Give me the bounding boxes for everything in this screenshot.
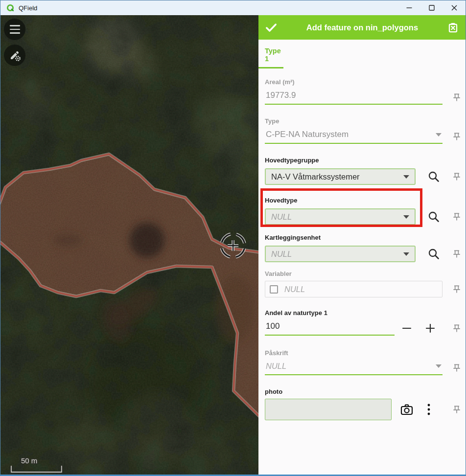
tab-type-1[interactable]: Type 1 [258, 47, 283, 68]
field-label: Kartleggingsenhet [265, 234, 466, 241]
plus-icon [424, 322, 436, 334]
photo-preview [265, 399, 392, 420]
field-type: Type C-PE-NA Natursystem [265, 117, 466, 144]
areal-value: 19773.9 [266, 91, 442, 100]
increment-button[interactable] [424, 322, 437, 334]
paaskrift-value: NULL [266, 362, 436, 371]
field-variabler: Variabler NULL [265, 270, 466, 297]
minimize-button[interactable] [398, 0, 420, 15]
search-icon [427, 170, 440, 183]
pin-button[interactable] [451, 249, 462, 259]
chevron-down-icon [436, 133, 442, 139]
pin-button[interactable] [451, 363, 462, 373]
search-button[interactable] [427, 170, 440, 183]
aerial-imagery: 50 m [0, 15, 258, 475]
variabler-list-item: NULL [265, 281, 443, 297]
pin-button[interactable] [451, 404, 462, 415]
field-hovedtypegruppe: Hovedtypegruppe NA-V Våtmarkssystemer [265, 157, 466, 185]
menu-button[interactable] [4, 19, 25, 40]
form-title: Add feature on nin_polygons [278, 23, 447, 32]
pin-icon [452, 131, 462, 142]
search-icon [427, 210, 440, 223]
camera-icon [400, 403, 414, 416]
hamburger-icon [10, 25, 20, 34]
feature-form-panel: Add feature on nin_polygons Type 1 Areal… [258, 15, 466, 475]
field-label: Andel av naturtype 1 [265, 309, 466, 317]
field-areal: Areal (m²) 19773.9 [265, 78, 466, 105]
chevron-down-icon [436, 364, 442, 371]
search-button[interactable] [427, 210, 440, 223]
field-photo: photo [265, 388, 466, 420]
discard-button[interactable] [447, 22, 459, 34]
pin-button[interactable] [451, 131, 462, 142]
chevron-down-icon [403, 252, 409, 259]
confirm-button[interactable] [265, 21, 278, 34]
pin-icon [452, 363, 462, 373]
field-label: Hovedtype [265, 197, 466, 204]
digitizing-settings-button[interactable] [4, 45, 25, 66]
andel-value-field[interactable]: 100 [265, 320, 395, 336]
map-canvas[interactable]: 50 m [0, 15, 258, 475]
svg-text:50 m: 50 m [21, 456, 37, 465]
check-icon [265, 21, 278, 34]
kartleggingsenhet-value: NULL [271, 249, 403, 259]
pin-icon [452, 284, 462, 295]
hovedtypegruppe-value: NA-V Våtmarkssystemer [271, 172, 403, 181]
areal-value-field: 19773.9 [265, 90, 443, 105]
chevron-down-icon [403, 215, 409, 222]
kartleggingsenhet-combobox[interactable]: NULL [265, 246, 416, 262]
pin-button[interactable] [451, 211, 462, 222]
attribute-form: Areal (m²) 19773.9 Type [258, 78, 466, 420]
field-label: Variabler [265, 270, 466, 277]
hovedtype-value: NULL [271, 212, 403, 222]
pin-button[interactable] [451, 92, 462, 103]
photo-options-button[interactable] [427, 403, 431, 416]
search-button[interactable] [427, 248, 440, 260]
qfield-window: QField [0, 0, 466, 476]
pin-icon [452, 211, 462, 222]
andel-value: 100 [266, 321, 394, 331]
field-label: Areal (m²) [265, 78, 466, 86]
field-paaskrift: Påskrift NULL [265, 349, 466, 375]
field-label: Type [265, 117, 466, 125]
chevron-down-icon [403, 175, 409, 181]
pin-button[interactable] [451, 171, 462, 182]
hovedtype-combobox[interactable]: NULL [265, 208, 416, 225]
pin-icon [452, 404, 462, 415]
type-dropdown: C-PE-NA Natursystem [265, 129, 443, 144]
tab-bar: Type 1 [258, 40, 466, 68]
trash-x-icon [447, 22, 459, 34]
checkbox[interactable] [270, 285, 278, 294]
field-label: Påskrift [265, 349, 466, 357]
kebab-menu-icon [427, 403, 431, 416]
field-label: photo [265, 388, 466, 395]
search-icon [427, 248, 440, 260]
close-button[interactable] [443, 0, 466, 15]
hovedtypegruppe-combobox[interactable]: NA-V Våtmarkssystemer [265, 168, 416, 185]
title-bar: QField [0, 0, 466, 15]
type-value: C-PE-NA Natursystem [266, 130, 436, 139]
variabler-value: NULL [284, 285, 305, 294]
window-title: QField [19, 4, 37, 12]
take-photo-button[interactable] [400, 403, 414, 416]
pin-icon [452, 323, 462, 334]
field-andel: Andel av naturtype 1 100 [265, 309, 466, 336]
minus-icon [401, 322, 413, 334]
pin-button[interactable] [451, 323, 462, 334]
pencil-gear-icon [8, 49, 21, 62]
pin-icon [452, 92, 462, 103]
decrement-button[interactable] [400, 322, 413, 334]
qfield-logo-icon [6, 4, 15, 12]
pin-button[interactable] [451, 284, 462, 295]
pin-icon [452, 249, 462, 259]
maximize-button[interactable] [420, 0, 443, 15]
field-label: Hovedtypegruppe [265, 157, 466, 164]
paaskrift-dropdown: NULL [265, 361, 443, 375]
form-header: Add feature on nin_polygons [258, 15, 466, 40]
field-kartleggingsenhet: Kartleggingsenhet NULL [265, 234, 466, 262]
pin-icon [452, 171, 462, 182]
field-hovedtype: Hovedtype NULL [265, 197, 466, 225]
